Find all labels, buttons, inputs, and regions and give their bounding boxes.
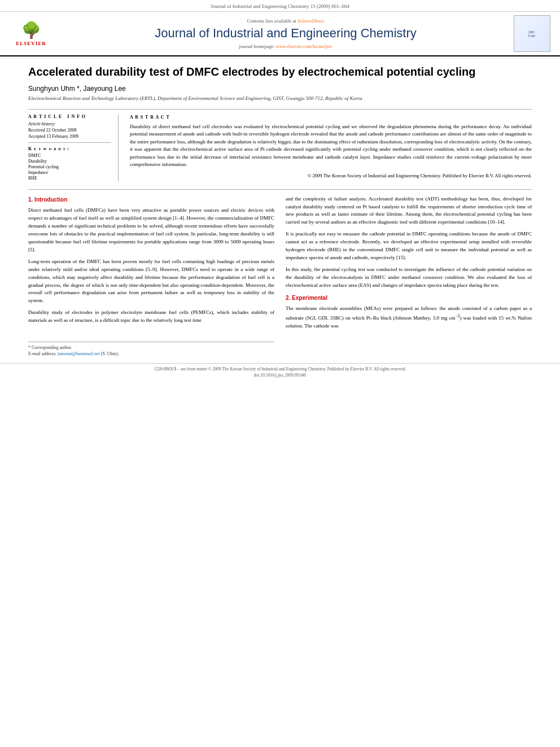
- article-info-abstract-section: A R T I C L E I N F O Article history: R…: [28, 109, 532, 181]
- affiliation: Electrochemical Reaction and Technology …: [28, 95, 532, 102]
- authors-line: Sunghyun Uhm *, Jaeyoung Lee: [28, 85, 532, 93]
- keyword-impedance: Impedance: [28, 170, 111, 175]
- corresponding-label: * Corresponding author.: [28, 345, 72, 350]
- accepted-date: Accepted 13 February 2009: [28, 134, 111, 139]
- homepage-prefix: journal homepage:: [239, 43, 276, 49]
- email-label: E-mail address:: [28, 351, 58, 356]
- intro-heading: 1. Introduction: [28, 195, 274, 204]
- email-link[interactable]: lamonat@hannmail.net: [58, 351, 100, 356]
- footnote-area: * Corresponding author. E-mail address: …: [28, 342, 274, 357]
- doi-line: doi:10.1016/j.jiec.2009.09.040: [28, 372, 532, 378]
- intro-right-para-1: and the complexity of failure analysis. …: [286, 195, 532, 227]
- article-info-heading: A R T I C L E I N F O: [28, 114, 111, 119]
- info-divider: [28, 142, 111, 143]
- sciencedirect-prefix: Contents lists available at: [247, 18, 298, 24]
- intro-para-3: Durability study of electrodes in polyme…: [28, 309, 274, 325]
- abstract-col: A B S T R A C T Durability of direct met…: [130, 114, 532, 181]
- elsevier-label: ELSEVIER: [16, 41, 46, 46]
- keyword-potential-cycling: Potential cycling: [28, 164, 111, 169]
- email-note: E-mail address: lamonat@hannmail.net (S.…: [28, 351, 274, 357]
- sciencedirect-link[interactable]: ScienceDirect: [298, 18, 324, 24]
- page-wrapper: Journal of Industrial and Engineering Ch…: [0, 0, 560, 747]
- top-bar: Journal of Industrial and Engineering Ch…: [0, 0, 560, 12]
- experimental-para-1: The membrane electrode assemblies (MEAs)…: [286, 305, 532, 330]
- journal-logo-icon: JIECLogo: [528, 30, 536, 37]
- received-date: Received 22 October 2008: [28, 128, 111, 133]
- body-right-col: and the complexity of failure analysis. …: [286, 195, 532, 357]
- keyword-durability: Durability: [28, 159, 111, 164]
- journal-header-center: Contents lists available at ScienceDirec…: [62, 18, 509, 49]
- abstract-heading: A B S T R A C T: [130, 114, 532, 121]
- sciencedirect-line: Contents lists available at ScienceDirec…: [62, 18, 509, 24]
- journal-homepage-line: journal homepage: www.elsevier.com/locat…: [62, 43, 509, 49]
- journal-logo-right: JIECLogo: [514, 15, 550, 52]
- history-label: Article history:: [28, 121, 111, 126]
- authors-text: Sunghyun Uhm *, Jaeyoung Lee: [28, 85, 126, 93]
- body-left-col: 1. Introduction Direct methanol fuel cel…: [28, 195, 274, 357]
- article-info-label: A R T I C L E I N F O: [28, 114, 86, 119]
- corresponding-author-note: * Corresponding author.: [28, 344, 274, 351]
- homepage-link[interactable]: www.elsevier.com/locate/jiec: [276, 43, 333, 49]
- email-suffix: (S. Uhm).: [100, 351, 119, 356]
- body-two-col: 1. Introduction Direct methanol fuel cel…: [28, 195, 532, 357]
- keyword-rhe: RHE: [28, 176, 111, 181]
- elsevier-logo: 🌳 ELSEVIER: [6, 17, 56, 51]
- keyword-dmfc: DMFC: [28, 153, 111, 158]
- article-info-col: A R T I C L E I N F O Article history: R…: [28, 114, 119, 181]
- keywords-label: K e y w o r d s :: [28, 146, 69, 151]
- journal-header: 🌳 ELSEVIER Contents lists available at S…: [0, 12, 560, 56]
- journal-logo-right-area: JIECLogo: [509, 15, 554, 52]
- elsevier-logo-area: 🌳 ELSEVIER: [6, 17, 62, 51]
- issn-line: 1226-086X/$ – see front matter © 2009 Th…: [28, 366, 532, 372]
- keywords-heading: K e y w o r d s :: [28, 146, 111, 151]
- body-divider: [28, 189, 532, 190]
- abstract-text: Durability of direct methanol fuel cell …: [130, 123, 532, 169]
- intro-para-1: Direct methanol fuel cells (DMFCs) have …: [28, 207, 274, 254]
- journal-title: Journal of Industrial and Engineering Ch…: [62, 26, 509, 41]
- journal-citation: Journal of Industrial and Engineering Ch…: [211, 3, 349, 9]
- elsevier-tree-icon: 🌳: [21, 21, 41, 40]
- experimental-heading: 2. Experimental: [286, 294, 532, 303]
- intro-para-2: Long-term operation of the DMFC has been…: [28, 258, 274, 305]
- intro-right-para-2: It is practically not easy to measure th…: [286, 230, 532, 262]
- article-title: Accelerated durability test of DMFC elec…: [28, 64, 532, 79]
- intro-right-para-3: In this study, the potential cycling tes…: [286, 266, 532, 290]
- main-content: Accelerated durability test of DMFC elec…: [0, 56, 560, 363]
- abstract-copyright: © 2009 The Korean Society of Industrial …: [130, 172, 532, 180]
- bottom-bar: 1226-086X/$ – see front matter © 2009 Th…: [0, 363, 560, 381]
